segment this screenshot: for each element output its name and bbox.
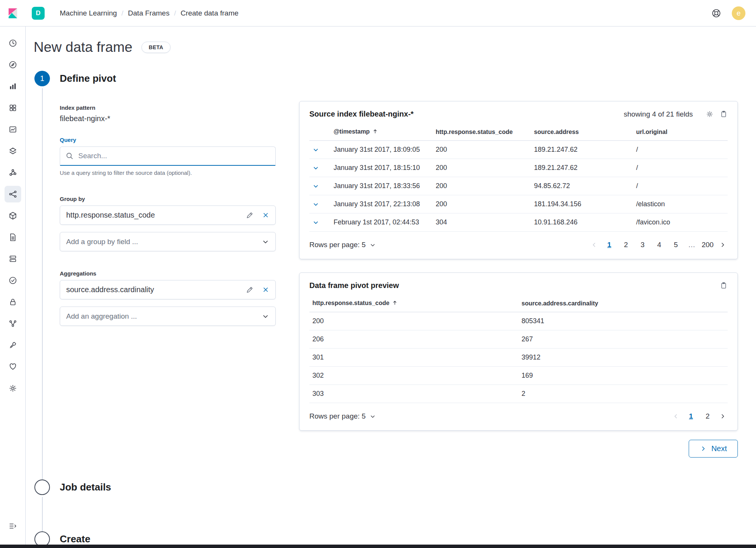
management-icon[interactable] (5, 380, 21, 397)
uptime-icon[interactable] (5, 272, 21, 289)
next-button[interactable]: Next (689, 440, 738, 458)
cell-timestamp: January 31st 2017, 18:09:05 (331, 141, 433, 159)
logs-icon[interactable] (5, 229, 21, 246)
page-number[interactable]: 4 (653, 238, 666, 251)
add-group-by-select[interactable]: Add a group by field ... (60, 232, 276, 251)
step-connector-line (42, 88, 43, 479)
expand-row-icon[interactable] (312, 183, 319, 190)
column-status-code[interactable]: http.response.status_code (309, 295, 518, 312)
table-row: 302 169 (309, 367, 728, 385)
page-number[interactable]: 3 (636, 238, 649, 251)
cell-status: 301 (309, 349, 518, 367)
page-number[interactable]: 200 (701, 238, 714, 251)
timelion-icon[interactable] (5, 121, 21, 138)
expander-column-header (309, 124, 331, 141)
next-page-icon[interactable] (718, 413, 728, 420)
pivot-form: Index pattern filebeat-nginx-* Query Us (60, 104, 276, 458)
table-row: 301 39912 (309, 349, 728, 367)
fields-info: showing 4 of 21 fields (624, 110, 693, 118)
expand-row-icon[interactable] (312, 146, 319, 153)
column-timestamp[interactable]: @timestamp (331, 124, 433, 141)
maps-icon[interactable] (5, 143, 21, 159)
source-index-panel: Source index filebeat-nginx-* showing 4 … (299, 101, 738, 259)
table-header-row: @timestamp http.response.status_code sou… (309, 124, 728, 141)
query-search-input[interactable] (78, 152, 270, 160)
column-cardinality[interactable]: source.address.cardinality (518, 295, 728, 312)
copy-icon[interactable] (720, 110, 728, 118)
remove-group-by-icon[interactable] (262, 212, 269, 219)
source-index-panel-title: Source index filebeat-nginx-* (309, 110, 414, 118)
column-status-code[interactable]: http.response.status_code (433, 124, 531, 141)
group-by-label: Group by (60, 196, 276, 202)
step-connector-line (42, 497, 43, 531)
next-page-icon[interactable] (718, 241, 728, 248)
index-pattern-label: Index pattern (60, 104, 276, 111)
space-switcher[interactable]: D (32, 7, 45, 20)
graph-icon[interactable] (5, 164, 21, 181)
dev-tools-icon[interactable] (5, 337, 21, 353)
expand-row-icon[interactable] (312, 165, 319, 171)
canvas-icon[interactable] (5, 207, 21, 224)
visualize-icon[interactable] (5, 78, 21, 95)
cell-address: 189.21.247.62 (531, 141, 633, 159)
remove-aggregation-icon[interactable] (262, 286, 269, 293)
cell-status: 200 (433, 177, 531, 195)
previous-page-icon (671, 413, 681, 420)
monitoring-icon[interactable] (5, 358, 21, 375)
edit-group-by-icon[interactable] (246, 211, 254, 219)
chevron-down-icon (262, 313, 269, 320)
step-2-title: Job details (60, 479, 738, 495)
dashboard-icon[interactable] (5, 100, 21, 116)
edit-aggregation-icon[interactable] (246, 286, 254, 294)
table-row: 206 267 (309, 330, 728, 349)
breadcrumb-data-frames[interactable]: Data Frames (128, 9, 169, 17)
index-pattern-value: filebeat-nginx-* (60, 114, 276, 123)
add-aggregation-select[interactable]: Add an aggregation ... (60, 307, 276, 326)
machine-learning-icon[interactable] (5, 186, 21, 202)
aggregation-item: source.address.cardinality (60, 280, 276, 299)
apm-icon[interactable] (5, 315, 21, 332)
recently-viewed-icon[interactable] (5, 35, 21, 51)
page-number[interactable]: 1 (603, 238, 616, 251)
discover-icon[interactable] (5, 56, 21, 73)
step-rail (34, 531, 51, 545)
page-number[interactable]: 2 (619, 238, 632, 251)
step-3-title: Create (60, 531, 738, 545)
page-title: New data frame (34, 39, 132, 55)
pagination: 1 2 (671, 410, 728, 423)
cell-status: 200 (433, 141, 531, 159)
cell-url: /favicon.ico (633, 213, 728, 232)
gear-icon[interactable] (706, 110, 714, 118)
cell-timestamp: January 31st 2017, 18:33:56 (331, 177, 433, 195)
infrastructure-icon[interactable] (5, 251, 21, 267)
rows-per-page-select[interactable]: Rows per page: 5 (309, 241, 376, 249)
expand-row-icon[interactable] (312, 219, 319, 226)
copy-icon[interactable] (720, 282, 728, 290)
app-root: D Machine Learning / Data Frames / Creat… (0, 0, 756, 548)
table-row: January 31st 2017, 22:13:08 200 181.194.… (309, 195, 728, 213)
help-icon[interactable] (711, 8, 721, 18)
chevron-down-icon (369, 242, 376, 248)
add-group-by-placeholder: Add a group by field ... (66, 238, 262, 246)
column-source-address[interactable]: source.address (531, 124, 633, 141)
cell-url: /elasticon (633, 195, 728, 213)
group-by-item: http.response.status_code (60, 206, 276, 225)
kibana-logo[interactable] (0, 0, 26, 26)
table-row: February 1st 2017, 02:44:53 304 10.91.16… (309, 213, 728, 232)
user-avatar[interactable]: e (732, 6, 745, 20)
preview-panels: Source index filebeat-nginx-* showing 4 … (299, 101, 738, 458)
expand-row-icon[interactable] (312, 201, 319, 208)
main-content: New data frame BETA 1 Define pivot (26, 26, 756, 545)
page-number[interactable]: 1 (685, 410, 697, 423)
collapse-menu-icon[interactable] (5, 518, 21, 534)
cell-cardinality: 39912 (518, 349, 728, 367)
security-icon[interactable] (5, 294, 21, 310)
rows-per-page-select[interactable]: Rows per page: 5 (309, 412, 376, 420)
page-number[interactable]: 5 (669, 238, 682, 251)
column-url-original[interactable]: url.original (633, 124, 728, 141)
page-number[interactable]: 2 (701, 410, 714, 423)
breadcrumb-machine-learning[interactable]: Machine Learning (60, 9, 117, 17)
step-rail: 1 (34, 71, 51, 479)
pagination: 1 2 3 4 5 … 200 (589, 238, 728, 251)
layout: New data frame BETA 1 Define pivot (0, 26, 756, 545)
